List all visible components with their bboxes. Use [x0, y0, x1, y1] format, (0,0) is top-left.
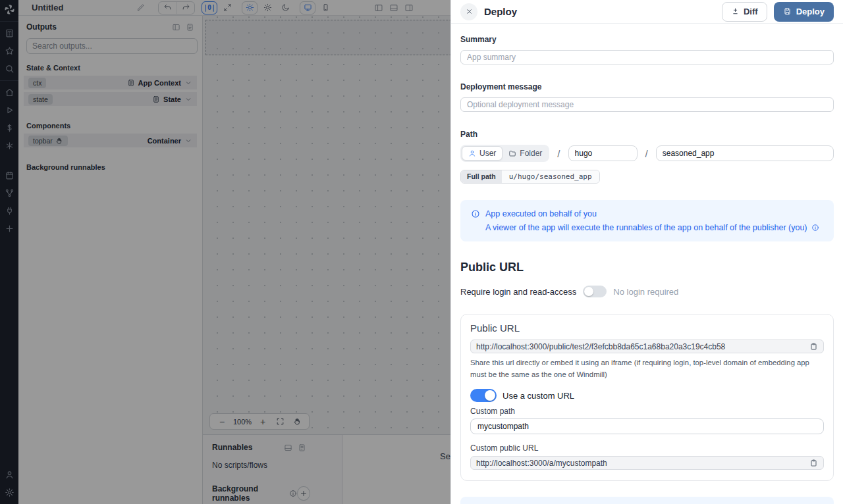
owner-folder-option[interactable]: Folder [503, 146, 548, 161]
custom-public-url-value: http://localhost:3000/a/mycustompath [476, 459, 804, 468]
public-url-card: Public URL http://localhost:3000/public/… [460, 314, 834, 481]
diff-button[interactable]: Diff [722, 2, 767, 22]
custom-path-input[interactable] [470, 418, 824, 434]
custom-public-url-field[interactable]: http://localhost:3000/a/mycustompath [470, 456, 824, 470]
custom-url-toggle[interactable] [470, 389, 497, 402]
full-path-label: Full path [461, 170, 502, 183]
full-path-badge: Full path u/hugo/seasoned_app [460, 170, 600, 184]
require-login-toggle[interactable] [583, 286, 607, 297]
summary-input[interactable] [460, 50, 834, 64]
behalf-info-title: App executed on behalf of you [485, 209, 597, 218]
summary-label: Summary [460, 35, 834, 44]
custom-path-label: Custom path [470, 407, 824, 416]
require-login-label: Require login and read-access [460, 287, 576, 297]
path-name-input[interactable] [656, 145, 834, 161]
behalf-info-body: A viewer of the app will execute the run… [485, 223, 807, 232]
owner-kind-toggle: User Folder [460, 145, 549, 162]
deployment-message-input[interactable] [460, 97, 834, 112]
path-separator: / [557, 148, 560, 159]
path-label: Path [460, 130, 834, 139]
close-icon [465, 7, 474, 16]
deploy-drawer: Deploy Diff Deploy Summary Deployment me… [450, 0, 843, 504]
latest-info-box: Only latest deployed app is publicly ava… [460, 497, 834, 504]
drawer-header: Deploy Diff Deploy [451, 0, 843, 24]
path-owner-input[interactable] [568, 145, 638, 161]
deployment-message-label: Deployment message [460, 82, 834, 91]
full-path-value: u/hugo/seasoned_app [502, 170, 599, 183]
require-login-state: No login required [613, 287, 678, 297]
public-url-field[interactable]: http://localhost:3000/public/test2/f3efc… [470, 340, 824, 353]
custom-url-toggle-label: Use a custom URL [503, 391, 574, 401]
save-icon [783, 7, 792, 16]
info-icon [471, 209, 480, 218]
user-icon [468, 149, 476, 157]
close-drawer-button[interactable] [460, 3, 477, 20]
drawer-title: Deploy [484, 6, 517, 17]
public-url-card-title: Public URL [470, 322, 824, 334]
path-separator: / [645, 148, 648, 159]
public-url-heading: Public URL [460, 261, 834, 274]
info-icon[interactable] [811, 224, 819, 232]
owner-user-option[interactable]: User [462, 146, 503, 161]
share-hint: Share this url directly or embed it usin… [470, 357, 824, 380]
behalf-info-box: App executed on behalf of you A viewer o… [460, 200, 834, 241]
custom-public-url-label: Custom public URL [470, 443, 824, 453]
folder-icon [508, 149, 516, 157]
public-url-value: http://localhost:3000/public/test2/f3efc… [476, 342, 804, 351]
plus-minus-icon [731, 7, 740, 16]
deploy-button[interactable]: Deploy [774, 2, 834, 22]
copy-icon[interactable] [809, 459, 818, 467]
copy-icon[interactable] [809, 342, 818, 351]
